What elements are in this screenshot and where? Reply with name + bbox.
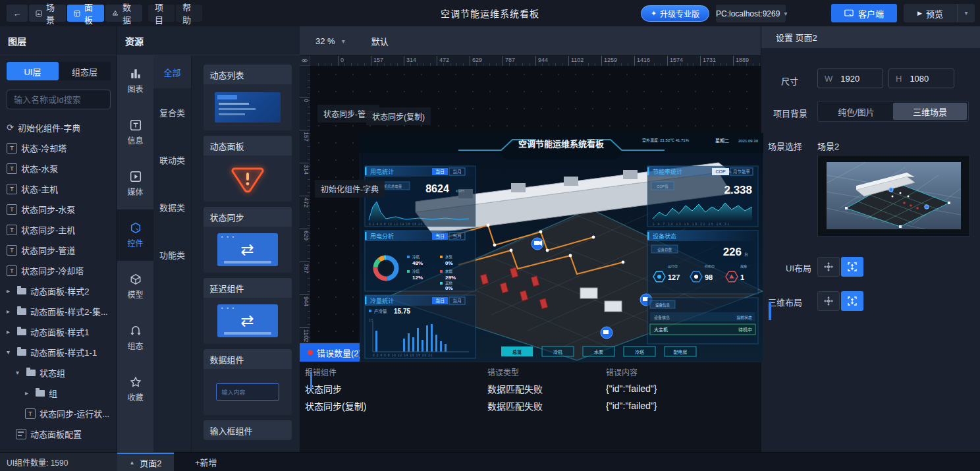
- chevron-right-icon[interactable]: ▸: [7, 287, 13, 294]
- svg-text:冷塔: 冷塔: [412, 269, 420, 274]
- layer-search-input[interactable]: [7, 90, 111, 109]
- chevron-right-icon[interactable]: ▸: [7, 308, 13, 315]
- scrollbar-thumb-left[interactable]: [310, 372, 312, 389]
- collapse-icon[interactable]: ▲: [129, 460, 134, 466]
- chevron-right-icon[interactable]: ▸: [25, 389, 32, 397]
- tab-config-layer[interactable]: 组态层: [59, 62, 111, 80]
- category-item[interactable]: 复合类: [153, 88, 191, 136]
- layer-item[interactable]: T状态同步-水泵: [0, 199, 117, 219]
- three-layout-label: 三维布局: [768, 296, 802, 308]
- layer-item-label: 动态面板-样式1: [30, 325, 90, 338]
- ruler-eye-toggle[interactable]: [300, 56, 310, 66]
- chevron-right-icon[interactable]: ▸: [7, 328, 13, 335]
- fit-vertical-icon: [847, 262, 858, 272]
- layer-item-label: 状态-主机: [21, 182, 58, 195]
- resource-cards: 动态列表动态面板状态同步⇄延迟组件⇄数据组件输入内容输入框组件: [195, 55, 300, 452]
- list-thumbnail-icon: [215, 92, 281, 123]
- layer-item[interactable]: ▸组: [0, 383, 117, 403]
- svg-text:月节能率: 月节能率: [733, 169, 751, 175]
- rail-item-label: 模型: [127, 289, 143, 300]
- error-row[interactable]: 状态同步 数据匹配失败 {"id":"failed"}: [305, 380, 753, 397]
- width-prefix: W: [825, 74, 832, 84]
- ruler-tick: 944: [535, 56, 548, 66]
- layer-item[interactable]: ▸动态面板-样式2: [0, 281, 117, 301]
- category-item[interactable]: 功能类: [153, 231, 191, 278]
- page-tab-label: 页面2: [140, 457, 161, 469]
- width-field: W: [817, 69, 883, 88]
- scene-thumbnail[interactable]: [817, 155, 970, 236]
- mode-label: 默认: [371, 35, 389, 47]
- resource-card[interactable]: 动态列表: [204, 65, 292, 130]
- nav-scene-button[interactable]: 场景: [29, 5, 66, 22]
- resource-card[interactable]: 数据组件输入内容: [204, 349, 292, 415]
- nav-data-label: 数据: [122, 1, 136, 26]
- resource-card[interactable]: 动态面板: [204, 136, 292, 202]
- ui-layout-move-button[interactable]: [817, 257, 840, 277]
- resource-card[interactable]: 状态同步⇄: [204, 207, 292, 273]
- chevron-down-icon[interactable]: ▾: [16, 369, 22, 376]
- component-chip[interactable]: 初始化组件-字典: [315, 180, 385, 198]
- zoom-select[interactable]: 32 % ▾: [315, 36, 349, 46]
- resource-card-title: 数据组件: [204, 349, 292, 369]
- rail-item-config[interactable]: 组态: [117, 312, 153, 364]
- layer-item[interactable]: ▾动态面板-样式1-1: [0, 342, 117, 362]
- scrollbar-thumb-right[interactable]: [769, 302, 771, 320]
- layer-item[interactable]: T状态-水泵: [0, 158, 117, 179]
- three-layout-fit-button[interactable]: [841, 291, 863, 311]
- height-input[interactable]: [908, 73, 949, 84]
- layer-item[interactable]: T状态同步-主机: [0, 219, 117, 240]
- host-select[interactable]: PC:localhost:9269 ▾: [716, 5, 786, 22]
- bg-option-color-image[interactable]: 纯色/图片: [819, 103, 893, 120]
- layer-item[interactable]: ▾状态组: [0, 362, 117, 383]
- menu-project[interactable]: 项目: [148, 5, 175, 22]
- layer-item[interactable]: T状态同步-冷却塔: [0, 260, 117, 281]
- layer-item[interactable]: ⟳初始化组件-字典: [0, 117, 117, 138]
- layer-item[interactable]: T状态同步-管道: [0, 240, 117, 260]
- bg-option-3d-scene[interactable]: 三维场景: [893, 103, 967, 120]
- chevron-down-icon[interactable]: ▾: [7, 348, 13, 356]
- scene-select-value[interactable]: 场景2: [817, 140, 839, 152]
- svg-text:设备状态: 设备状态: [653, 233, 676, 240]
- layer-item[interactable]: T状态-冷却塔: [0, 138, 117, 158]
- rail-item-media[interactable]: 媒体: [117, 158, 153, 209]
- rail-item-fav[interactable]: 收藏: [117, 364, 153, 415]
- component-chip[interactable]: 状态同步(复制): [366, 107, 431, 125]
- layer-item[interactable]: 动态面板配置: [0, 424, 117, 444]
- rail-item-info[interactable]: 信息: [117, 107, 153, 158]
- resource-card[interactable]: 延迟组件⇄: [204, 278, 292, 344]
- nav-panel-button[interactable]: 面板: [67, 5, 104, 22]
- width-input[interactable]: [839, 73, 880, 84]
- add-page-button[interactable]: +新增: [188, 453, 224, 471]
- chevron-down-icon: ▾: [780, 10, 791, 17]
- scene-nav-buttons[interactable]: 总览 冷机 水泵 冷塔 配电房: [501, 346, 696, 356]
- layer-item[interactable]: T状态同步-运行状...: [0, 403, 117, 424]
- input-thumbnail-placeholder: 输入内容: [222, 388, 246, 397]
- menu-help[interactable]: 帮助: [176, 5, 202, 22]
- dashboard-preview[interactable]: 空调节能运维系统看板 室外温度: 21.52℃ 41.71% 星期二 2021.…: [360, 133, 763, 362]
- layer-item[interactable]: ▸动态面板-样式2-集...: [0, 301, 117, 321]
- text-icon: T: [7, 225, 17, 235]
- rail-item-widget[interactable]: 控件: [117, 209, 153, 261]
- canvas-viewport[interactable]: 状态同步-管道 状态同步(复制) 初始化组件-字典: [310, 66, 761, 369]
- category-item[interactable]: 数据类: [153, 183, 191, 231]
- layer-item[interactable]: ▸动态面板-样式1: [0, 321, 117, 342]
- ui-layout-fit-button[interactable]: [841, 257, 863, 277]
- client-button[interactable]: 客户端: [831, 4, 897, 22]
- rail-item-chart[interactable]: 图表: [117, 55, 153, 107]
- tab-ui-layer[interactable]: UI层: [7, 62, 59, 80]
- resource-card[interactable]: 输入框组件: [204, 420, 292, 440]
- category-item[interactable]: 全部: [153, 55, 191, 88]
- preview-button[interactable]: ▶ 预览 ▾: [904, 4, 975, 22]
- back-button[interactable]: ←: [7, 5, 28, 22]
- rail-item-label: 图表: [127, 83, 143, 94]
- preview-chevron-icon[interactable]: ▾: [957, 4, 975, 22]
- nav-data-button[interactable]: 数据: [105, 5, 142, 22]
- category-item[interactable]: 联动类: [153, 136, 191, 183]
- page-tab[interactable]: ▲ 页面2: [117, 453, 174, 471]
- error-row[interactable]: 状态同步(复制) 数据匹配失败 {"id":"failed"}: [305, 397, 753, 414]
- debug-tab[interactable]: 错误数量(2): [300, 343, 369, 362]
- layer-item[interactable]: T状态-主机: [0, 179, 117, 199]
- rail-item-model[interactable]: 模型: [117, 261, 153, 312]
- upgrade-pro-button[interactable]: ✦ 升级专业版: [641, 5, 709, 22]
- three-layout-move-button[interactable]: [817, 291, 840, 311]
